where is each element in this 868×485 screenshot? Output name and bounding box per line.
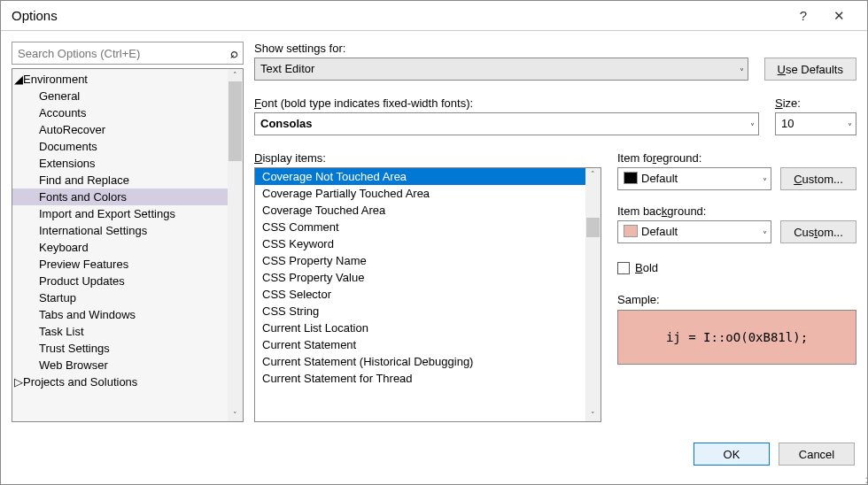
background-custom-button[interactable]: Custom...	[780, 220, 856, 243]
show-settings-for-label: Show settings for:	[254, 42, 748, 55]
show-settings-for-select[interactable]: Text Editor ˅	[254, 58, 748, 81]
foreground-custom-button[interactable]: Custom...	[780, 167, 856, 190]
tree-item-tabs-and-windows[interactable]: Tabs and Windows	[12, 306, 243, 323]
tree-scrollbar[interactable]: ˄ ˅	[228, 69, 243, 421]
tree-item-import-and-export-settings[interactable]: Import and Export Settings	[12, 205, 243, 222]
use-defaults-button[interactable]: Use Defaults	[764, 58, 856, 81]
sample-preview: ij = I::oO(0xB81l);	[617, 310, 856, 365]
list-item[interactable]: Current Statement for Thread	[255, 370, 601, 387]
tree-item-accounts[interactable]: Accounts	[12, 104, 243, 121]
item-background-select[interactable]: Default ˅	[617, 220, 771, 243]
chevron-down-icon: ˅	[763, 173, 767, 191]
title-bar: Options ? ✕	[1, 1, 867, 31]
scroll-thumb[interactable]	[586, 218, 600, 237]
cancel-button[interactable]: Cancel	[779, 443, 855, 466]
close-button[interactable]: ✕	[821, 8, 856, 24]
tree-item-fonts-and-colors[interactable]: Fonts and Colors	[12, 189, 243, 205]
font-label: Font (bold type indicates fixed-width fo…	[254, 96, 759, 110]
list-item[interactable]: Current Statement (Historical Debugging)	[255, 353, 601, 370]
tree-item-extensions[interactable]: Extensions	[12, 155, 243, 172]
help-button[interactable]: ?	[786, 8, 821, 23]
scroll-up-icon[interactable]: ˄	[228, 69, 243, 81]
list-item[interactable]: Current List Location	[255, 319, 601, 336]
tree-item-web-browser[interactable]: Web Browser	[12, 357, 243, 373]
scroll-down-icon[interactable]: ˅	[228, 409, 243, 421]
item-background-label: Item background:	[617, 204, 856, 218]
checkbox-box-icon	[617, 262, 630, 274]
display-items-label: Display items:	[254, 151, 601, 165]
tree-item-environment[interactable]: ◢Environment	[12, 71, 243, 88]
list-item[interactable]: Coverage Partially Touched Area	[255, 185, 601, 202]
size-label: Size:	[775, 96, 856, 110]
list-item[interactable]: Current Statement	[255, 336, 601, 353]
expand-caret-icon: ▷	[14, 375, 23, 389]
tree-item-trust-settings[interactable]: Trust Settings	[12, 340, 243, 357]
tree-item-documents[interactable]: Documents	[12, 138, 243, 155]
sample-label: Sample:	[617, 293, 856, 306]
list-item[interactable]: CSS Keyword	[255, 235, 601, 252]
chevron-down-icon: ˅	[750, 119, 755, 136]
scroll-thumb[interactable]	[229, 81, 242, 161]
window-title: Options	[12, 8, 786, 23]
search-input[interactable]	[12, 42, 244, 65]
list-item[interactable]: CSS Property Value	[255, 269, 601, 286]
tree-item-projects-and-solutions[interactable]: ▷Projects and Solutions	[12, 373, 243, 390]
tree-item-startup[interactable]: Startup	[12, 289, 243, 306]
chevron-down-icon: ˅	[740, 64, 744, 81]
color-swatch-icon	[624, 225, 638, 237]
list-item[interactable]: Coverage Touched Area	[255, 202, 601, 219]
list-item[interactable]: CSS Selector	[255, 286, 601, 303]
options-tree[interactable]: ◢EnvironmentGeneralAccountsAutoRecoverDo…	[12, 68, 244, 422]
display-items-listbox[interactable]: Coverage Not Touched AreaCoverage Partia…	[254, 167, 601, 422]
list-item[interactable]: CSS Comment	[255, 219, 601, 235]
tree-item-find-and-replace[interactable]: Find and Replace	[12, 172, 243, 189]
scroll-down-icon[interactable]: ˅	[585, 409, 601, 421]
search-icon: ⌕	[230, 45, 238, 60]
tree-item-general[interactable]: General	[12, 88, 243, 104]
chevron-down-icon: ˅	[848, 119, 852, 136]
size-select[interactable]: 10 ˅	[775, 112, 856, 135]
list-scrollbar[interactable]: ˄ ˅	[585, 168, 601, 421]
item-foreground-label: Item foreground:	[617, 151, 856, 165]
list-item[interactable]: Coverage Not Touched Area	[255, 168, 601, 185]
scroll-up-icon[interactable]: ˄	[585, 168, 601, 181]
list-item[interactable]: CSS String	[255, 303, 601, 319]
tree-item-international-settings[interactable]: International Settings	[12, 222, 243, 239]
expand-caret-icon: ◢	[14, 73, 23, 86]
tree-item-task-list[interactable]: Task List	[12, 323, 243, 340]
font-select[interactable]: Consolas ˅	[254, 112, 759, 135]
list-item[interactable]: CSS Property Name	[255, 252, 601, 269]
tree-item-keyboard[interactable]: Keyboard	[12, 239, 243, 256]
tree-item-preview-features[interactable]: Preview Features	[12, 256, 243, 273]
bold-checkbox[interactable]: Bold	[617, 261, 658, 274]
tree-item-autorecover[interactable]: AutoRecover	[12, 121, 243, 138]
ok-button[interactable]: OK	[694, 443, 770, 466]
item-foreground-select[interactable]: Default ˅	[617, 167, 771, 190]
chevron-down-icon: ˅	[763, 227, 767, 244]
tree-item-product-updates[interactable]: Product Updates	[12, 273, 243, 289]
color-swatch-icon	[624, 172, 638, 184]
